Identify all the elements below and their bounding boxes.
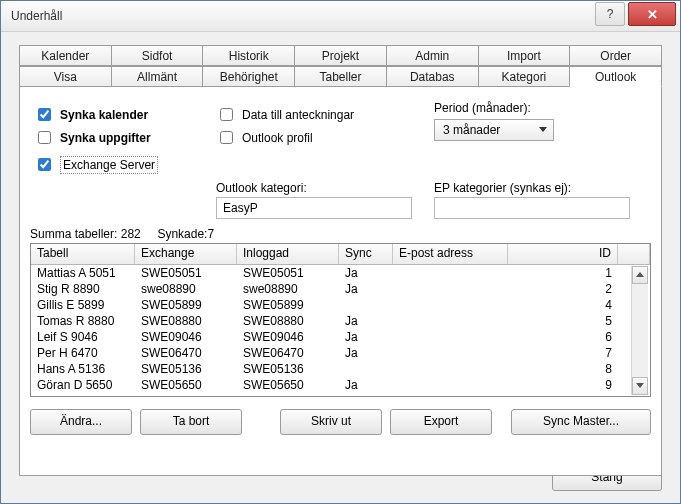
col-id[interactable]: ID [508, 244, 618, 264]
cell: SWE05899 [135, 297, 237, 313]
ep-kategorier-input[interactable] [434, 197, 630, 219]
table-row[interactable]: Göran D 5650SWE05650SWE05650Ja9 [31, 377, 650, 393]
scroll-down-icon[interactable] [632, 377, 648, 395]
cell: Ja [339, 281, 393, 297]
table-row[interactable]: Hans A 5136SWE05136SWE051368 [31, 361, 650, 377]
cell [393, 313, 508, 329]
synkade-value: 7 [207, 227, 214, 241]
data-anteckningar-label: Data till anteckningar [242, 108, 354, 122]
data-grid[interactable]: Tabell Exchange Inloggad Sync E-post adr… [30, 243, 651, 397]
tab-sidfot[interactable]: Sidfot [111, 45, 204, 66]
cell [393, 377, 508, 393]
export-button[interactable]: Export [390, 409, 492, 435]
cell: 7 [508, 345, 618, 361]
outlook-profil-input[interactable] [220, 131, 233, 144]
tab-historik[interactable]: Historik [202, 45, 295, 66]
synka-kalender-input[interactable] [38, 108, 51, 121]
tab-visa[interactable]: Visa [19, 66, 112, 87]
tab-kategori[interactable]: Kategori [478, 66, 571, 87]
cell: SWE09046 [237, 329, 339, 345]
exchange-server-check[interactable]: Exchange Server [34, 155, 158, 174]
cell: 1 [508, 265, 618, 281]
tab-tabeller[interactable]: Tabeller [294, 66, 387, 87]
cell [393, 345, 508, 361]
window-controls: ? ✕ [595, 1, 680, 31]
cell: SWE05136 [135, 361, 237, 377]
cell: Ja [339, 345, 393, 361]
table-row[interactable]: Gillis E 5899SWE05899SWE058994 [31, 297, 650, 313]
cell: SWE05899 [237, 297, 339, 313]
help-button[interactable]: ? [595, 2, 625, 26]
tab-projekt[interactable]: Projekt [294, 45, 387, 66]
cell: Ja [339, 377, 393, 393]
skrivut-button[interactable]: Skriv ut [280, 409, 382, 435]
cell: Tomas R 8880 [31, 313, 135, 329]
tab-databas[interactable]: Databas [386, 66, 479, 87]
cell: Stig R 8890 [31, 281, 135, 297]
period-select[interactable]: 3 månader [434, 119, 554, 141]
tab-admin[interactable]: Admin [386, 45, 479, 66]
cell: SWE06470 [135, 345, 237, 361]
cell: Ja [339, 265, 393, 281]
synka-uppgifter-input[interactable] [38, 131, 51, 144]
cell: 5 [508, 313, 618, 329]
tab-kalender[interactable]: Kalender [19, 45, 112, 66]
grid-body: Mattias A 5051SWE05051SWE05051Ja1Stig R … [31, 265, 650, 396]
cell [393, 361, 508, 377]
client-area: Kalender Sidfot Historik Projekt Admin I… [1, 31, 680, 503]
data-anteckningar-input[interactable] [220, 108, 233, 121]
tab-outlook[interactable]: Outlook [569, 66, 662, 87]
window-title: Underhåll [11, 9, 62, 23]
scroll-up-icon[interactable] [632, 266, 648, 284]
summa-tabeller-label: Summa tabeller: [30, 227, 117, 241]
table-row[interactable]: Leif S 9046SWE09046SWE09046Ja6 [31, 329, 650, 345]
cell: Hans A 5136 [31, 361, 135, 377]
cell: Gillis E 5899 [31, 297, 135, 313]
exchange-server-input[interactable] [38, 158, 51, 171]
col-inloggad[interactable]: Inloggad [237, 244, 339, 264]
synkade-label: Synkade: [157, 227, 207, 241]
tab-row-back: Kalender Sidfot Historik Projekt Admin I… [19, 45, 662, 66]
sync-master-button[interactable]: Sync Master... [511, 409, 651, 435]
cell [393, 265, 508, 281]
table-row[interactable]: Mattias A 5051SWE05051SWE05051Ja1 [31, 265, 650, 281]
outlook-profil-check[interactable]: Outlook profil [216, 128, 354, 147]
cell: SWE05650 [237, 377, 339, 393]
table-row[interactable]: Per H 6470SWE06470SWE06470Ja7 [31, 345, 650, 361]
tab-order[interactable]: Order [569, 45, 662, 66]
summa-tabeller-value: 282 [121, 227, 141, 241]
col-tabell[interactable]: Tabell [31, 244, 135, 264]
cell: SWE09046 [135, 329, 237, 345]
synka-uppgifter-check[interactable]: Synka uppgifter [34, 128, 151, 147]
col-epost[interactable]: E-post adress [393, 244, 508, 264]
tab-row-front: Visa Allmänt Behörighet Tabeller Databas… [19, 66, 662, 87]
col-spacer [618, 244, 650, 264]
cell: Ja [339, 329, 393, 345]
col-sync[interactable]: Sync [339, 244, 393, 264]
tab-import[interactable]: Import [478, 45, 571, 66]
table-row[interactable]: Stig R 8890swe08890swe08890Ja2 [31, 281, 650, 297]
cell: Per H 6470 [31, 345, 135, 361]
table-row[interactable]: Tomas R 8880SWE08880SWE08880Ja5 [31, 313, 650, 329]
cell: 2 [508, 281, 618, 297]
cell: SWE08880 [135, 313, 237, 329]
action-button-row: Ändra... Ta bort Skriv ut Export Sync Ma… [30, 409, 651, 435]
tab-behorighet[interactable]: Behörighet [202, 66, 295, 87]
outlook-kategori-input[interactable]: EasyP [216, 197, 412, 219]
tab-allmant[interactable]: Allmänt [111, 66, 204, 87]
cell [393, 297, 508, 313]
vertical-scrollbar[interactable] [631, 266, 648, 395]
chevron-down-icon [539, 127, 547, 132]
sync-options: Synka kalender Synka uppgifter [34, 105, 151, 147]
col-exchange[interactable]: Exchange [135, 244, 237, 264]
data-anteckningar-check[interactable]: Data till anteckningar [216, 105, 354, 124]
close-button[interactable]: ✕ [628, 2, 676, 26]
dialog-window: Underhåll ? ✕ Kalender Sidfot Historik P… [0, 0, 681, 504]
tabort-button[interactable]: Ta bort [140, 409, 242, 435]
grid-header: Tabell Exchange Inloggad Sync E-post adr… [31, 244, 650, 265]
exchange-server-label: Exchange Server [60, 156, 158, 174]
period-group: Period (månader): 3 månader [434, 101, 554, 141]
synka-kalender-check[interactable]: Synka kalender [34, 105, 151, 124]
andra-button[interactable]: Ändra... [30, 409, 132, 435]
cell: 4 [508, 297, 618, 313]
